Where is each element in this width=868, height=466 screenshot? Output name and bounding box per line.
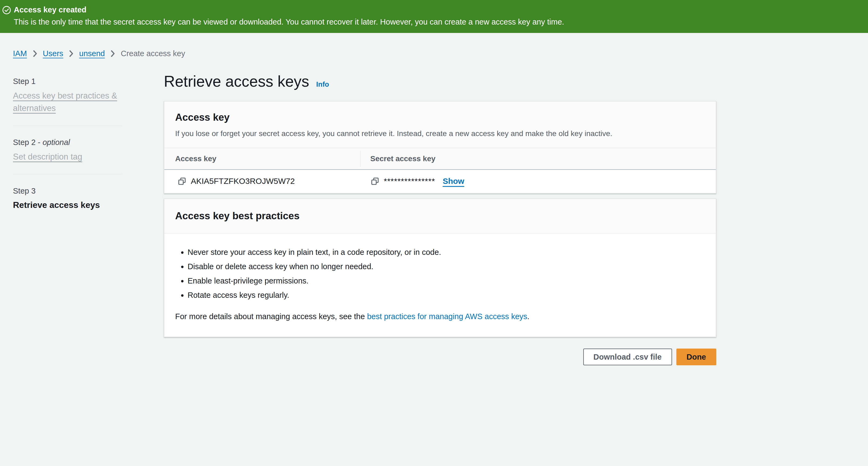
- best-practices-card: Access key best practices Never store yo…: [164, 198, 716, 337]
- page-title: Retrieve access keys: [164, 72, 309, 90]
- show-secret-link[interactable]: Show: [443, 177, 464, 186]
- footer-suffix-text: .: [527, 312, 530, 321]
- best-practices-body: Never store your access key in plain tex…: [164, 234, 716, 337]
- wizard-actions: Download .csv file Done: [164, 348, 716, 365]
- step2-label: Step 2 - optional: [13, 137, 121, 147]
- download-csv-button[interactable]: Download .csv file: [583, 348, 672, 365]
- breadcrumb-link-iam[interactable]: IAM: [13, 49, 27, 58]
- list-item: Rotate access keys regularly.: [188, 290, 705, 300]
- content-layout: Step 1 Access key best practices & alter…: [13, 72, 868, 365]
- column-header-secret-access-key: Secret access key: [360, 148, 716, 169]
- access-key-value: AKIA5FTZFKO3ROJW5W72: [191, 177, 295, 186]
- step-divider: [13, 125, 121, 126]
- step3-label: Step 3: [13, 186, 121, 196]
- main-content: Retrieve access keys Info Access key If …: [164, 72, 716, 365]
- success-checkmark-icon: [2, 6, 11, 14]
- chevron-right-icon: [111, 50, 115, 57]
- chevron-right-icon: [33, 50, 37, 57]
- chevron-right-icon: [69, 50, 73, 57]
- column-header-access-key: Access key: [164, 148, 360, 169]
- wizard-steps-nav: Step 1 Access key best practices & alter…: [13, 72, 121, 365]
- step-divider: [13, 174, 121, 175]
- access-key-cell: AKIA5FTZFKO3ROJW5W72: [164, 177, 360, 186]
- flash-message: This is the only time that the secret ac…: [14, 17, 564, 27]
- best-practices-list: Never store your access key in plain tex…: [175, 248, 705, 300]
- best-practices-footer: For more details about managing access k…: [175, 312, 705, 321]
- copy-access-key-button[interactable]: [178, 177, 186, 185]
- wizard-step-1: Step 1 Access key best practices & alter…: [13, 76, 121, 115]
- list-item: Enable least-privilege permissions.: [188, 276, 705, 285]
- table-header-row: Access key Secret access key: [164, 148, 716, 170]
- access-key-card-title: Access key: [175, 112, 705, 123]
- secret-access-key-masked: ***************: [384, 177, 435, 186]
- step2-label-text: Step 2: [13, 138, 36, 147]
- page-root: Access key created This is the only time…: [0, 0, 868, 365]
- wizard-step-3: Step 3 Retrieve access keys: [13, 186, 121, 211]
- step2-link[interactable]: Set description tag: [13, 152, 82, 161]
- table-row: AKIA5FTZFKO3ROJW5W72 *************** Sho…: [164, 170, 716, 193]
- flash-title: Access key created: [14, 5, 564, 15]
- access-key-card-header: Access key If you lose or forget your se…: [164, 101, 716, 148]
- flash-text: Access key created This is the only time…: [14, 5, 564, 27]
- access-key-card: Access key If you lose or forget your se…: [164, 101, 716, 194]
- done-button[interactable]: Done: [676, 348, 717, 365]
- access-key-card-description: If you lose or forget your secret access…: [175, 128, 705, 138]
- step1-link[interactable]: Access key best practices & alternatives: [13, 91, 117, 113]
- access-key-table: Access key Secret access key AKIA5FTZ: [164, 148, 716, 193]
- list-item: Disable or delete access key when no lon…: [188, 262, 705, 271]
- footer-prefix-text: For more details about managing access k…: [175, 312, 367, 321]
- best-practices-card-header: Access key best practices: [164, 199, 716, 234]
- success-flashbar: Access key created This is the only time…: [0, 0, 868, 33]
- best-practices-title: Access key best practices: [175, 210, 705, 222]
- secret-key-cell: *************** Show: [360, 177, 716, 186]
- step3-current-title: Retrieve access keys: [13, 199, 121, 211]
- column-header-secret-label: Secret access key: [370, 154, 435, 163]
- step2-optional-text: optional: [43, 138, 70, 147]
- breadcrumb-current: Create access key: [121, 49, 185, 58]
- copy-secret-key-button[interactable]: [371, 177, 379, 185]
- breadcrumb-link-unsend[interactable]: unsend: [79, 49, 105, 58]
- page-title-row: Retrieve access keys Info: [164, 72, 716, 90]
- list-item: Never store your access key in plain tex…: [188, 248, 705, 257]
- step1-label: Step 1: [13, 76, 121, 86]
- info-link[interactable]: Info: [316, 80, 329, 89]
- wizard-step-2: Step 2 - optional Set description tag: [13, 137, 121, 163]
- breadcrumb: IAM Users unsend Create access key: [13, 49, 868, 58]
- breadcrumb-link-users[interactable]: Users: [43, 49, 63, 58]
- step2-separator: -: [36, 138, 43, 147]
- best-practices-link[interactable]: best practices for managing AWS access k…: [367, 312, 527, 321]
